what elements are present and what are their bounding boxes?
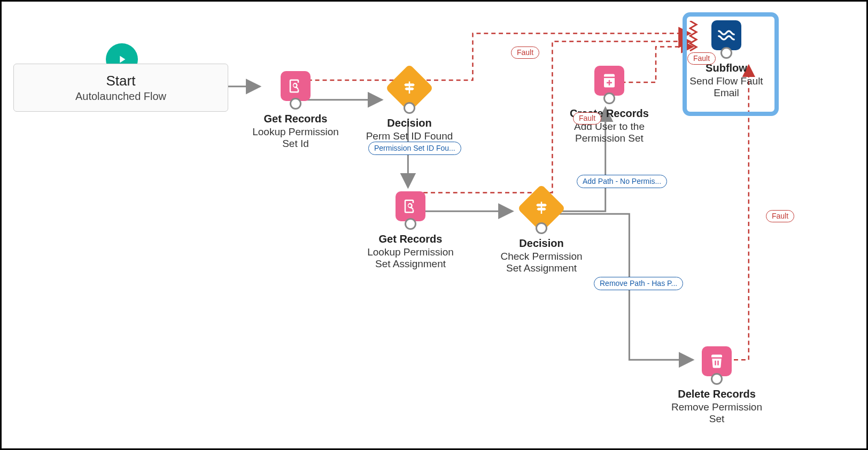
start-node[interactable]: Start Autolaunched Flow xyxy=(13,64,228,112)
node-label: Add User to the Permission Set xyxy=(561,121,657,144)
node-label: Remove Permission Set xyxy=(669,401,765,425)
node-get-records-2[interactable]: Get Records Lookup Permission Set Assign… xyxy=(360,191,461,270)
plus-icon xyxy=(594,66,624,96)
search-icon xyxy=(396,191,425,221)
node-delete-records[interactable]: Delete Records Remove Permission Set xyxy=(669,346,765,425)
fault-label-3[interactable]: Fault xyxy=(687,52,716,65)
fault-label-4[interactable]: Fault xyxy=(766,210,794,222)
fault-label-1[interactable]: Fault xyxy=(511,46,539,59)
trash-icon xyxy=(702,346,732,376)
node-get-records-1[interactable]: Get Records Lookup Permission Set Id xyxy=(247,71,344,150)
node-type-label: Get Records xyxy=(360,233,461,245)
outcome-pill-perm-found[interactable]: Permission Set ID Fou... xyxy=(368,142,461,155)
node-type-label: Get Records xyxy=(247,113,344,125)
start-subtitle: Autolaunched Flow xyxy=(75,90,166,103)
node-type-label: Delete Records xyxy=(669,388,765,400)
node-label: Send Flow Fault Email xyxy=(684,75,769,99)
node-label: Perm Set ID Found xyxy=(359,130,460,142)
node-type-label: Decision xyxy=(493,237,590,250)
flow-canvas[interactable]: Start Autolaunched Flow Get Records Look… xyxy=(0,0,868,450)
node-type-label: Decision xyxy=(359,117,460,129)
fault-label-2[interactable]: Fault xyxy=(573,112,601,125)
outcome-pill-add[interactable]: Add Path - No Permis... xyxy=(577,175,667,188)
search-icon xyxy=(281,71,311,101)
node-create-records[interactable]: Create Records Add User to the Permissio… xyxy=(561,66,657,144)
node-decision-1[interactable]: Decision Perm Set ID Found xyxy=(359,71,460,142)
start-title: Start xyxy=(106,73,136,89)
outcome-pill-remove[interactable]: Remove Path - Has P... xyxy=(594,277,683,290)
node-decision-2[interactable]: Decision Check Permission Set Assignment xyxy=(493,191,590,274)
node-label: Check Permission Set Assignment xyxy=(493,251,590,274)
node-label: Lookup Permission Set Id xyxy=(247,126,344,150)
node-label: Lookup Permission Set Assignment xyxy=(360,246,461,270)
flow-icon xyxy=(711,20,741,50)
